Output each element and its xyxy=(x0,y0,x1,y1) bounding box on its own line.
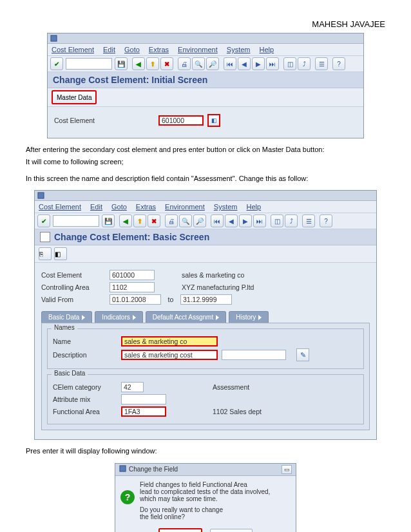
cost-element-value-2[interactable]: 601000 xyxy=(110,270,155,280)
long-text-icon[interactable]: ✎ xyxy=(296,348,309,361)
screen-title: Change Cost Element: Initial Screen xyxy=(48,72,363,88)
name-label: Name xyxy=(53,337,117,345)
save-icon-2[interactable]: 💾 xyxy=(102,214,115,227)
menubar-2: Cost Element Edit Goto Extras Environmen… xyxy=(35,201,376,213)
dialog-title-text: Change the Field xyxy=(129,466,178,473)
layout-icon-2[interactable]: ☰ xyxy=(302,214,315,227)
prev-page-icon[interactable]: ◀ xyxy=(238,57,251,70)
print-icon-2[interactable]: 🖨 xyxy=(165,214,178,227)
exit-icon-2[interactable]: ⬆ xyxy=(133,214,146,227)
find-next-icon-2[interactable]: 🔎 xyxy=(193,214,206,227)
find-icon-2[interactable]: 🔍 xyxy=(179,214,192,227)
prev-page-icon-2[interactable]: ◀ xyxy=(225,214,238,227)
dialog-yes-button[interactable]: Yes xyxy=(158,528,202,532)
menu-extras-2[interactable]: Extras xyxy=(136,203,156,211)
enter-icon[interactable]: ✔ xyxy=(50,57,63,70)
co-area-label: Controlling Area xyxy=(41,283,106,291)
enter-icon-2[interactable]: ✔ xyxy=(37,214,50,227)
tab-history[interactable]: History xyxy=(229,311,269,323)
attr-label: Attribute mix xyxy=(53,395,117,403)
co-area-value[interactable]: 1102 xyxy=(110,282,155,292)
master-data-button[interactable]: Master Data xyxy=(52,90,97,104)
menu-extras[interactable]: Extras xyxy=(149,46,169,53)
menu-cost-element[interactable]: Cost Element xyxy=(52,46,94,53)
command-field[interactable] xyxy=(66,58,112,70)
desc-input-ext[interactable] xyxy=(222,350,286,360)
menu-goto-2[interactable]: Goto xyxy=(111,203,127,211)
cost-element-input[interactable]: 601000 xyxy=(158,115,204,126)
tabstrip: Basic Data Indicators Default Acct Assgn… xyxy=(41,311,370,323)
app-btn-2[interactable]: ◧ xyxy=(54,247,67,260)
cancel-icon[interactable]: ✖ xyxy=(160,57,173,70)
svg-rect-1 xyxy=(38,193,44,198)
app-toolbar: Master Data xyxy=(48,88,363,107)
group-names: Names Name sales & marketing co Descript… xyxy=(47,328,364,369)
tab-default-acct[interactable]: Default Acct Assgnmt xyxy=(146,311,227,323)
valid-from-value[interactable]: 01.01.2008 xyxy=(110,294,161,305)
desc-input[interactable]: sales & marketing cost xyxy=(121,350,218,360)
find-next-icon[interactable]: 🔎 xyxy=(206,57,219,70)
new-session-icon-2[interactable]: ◫ xyxy=(271,214,283,227)
attr-input[interactable] xyxy=(121,394,166,404)
last-page-icon[interactable]: ⏭ xyxy=(266,57,279,70)
fa-input[interactable]: 1FA3 xyxy=(121,406,166,417)
cancel-icon-2[interactable]: ✖ xyxy=(148,214,160,227)
print-icon[interactable]: 🖨 xyxy=(178,57,191,70)
sap-window-initial: Cost Element Edit Goto Extras Environmen… xyxy=(47,33,364,138)
name-input[interactable]: sales & marketing co xyxy=(121,336,218,347)
command-field-2[interactable] xyxy=(53,215,99,227)
new-session-icon[interactable]: ◫ xyxy=(283,57,296,70)
back-icon[interactable]: ◀ xyxy=(132,57,145,70)
first-page-icon[interactable]: ⏮ xyxy=(224,57,236,70)
prose-2: In this screen the name and description … xyxy=(26,174,385,184)
exit-icon[interactable]: ⬆ xyxy=(146,57,159,70)
menu-environment[interactable]: Environment xyxy=(178,46,218,53)
next-page-icon-2[interactable]: ▶ xyxy=(239,214,252,227)
layout-icon[interactable]: ☰ xyxy=(315,57,328,70)
menu-edit[interactable]: Edit xyxy=(103,46,115,53)
fa-text: 1102 Sales dept xyxy=(213,408,262,415)
cat-label: CElem category xyxy=(53,383,117,391)
dialog-line5: the field online? xyxy=(140,513,270,520)
back-icon-2[interactable]: ◀ xyxy=(119,214,132,227)
save-icon[interactable]: 💾 xyxy=(115,57,128,70)
group-names-label: Names xyxy=(52,324,77,331)
menu-help-2[interactable]: Help xyxy=(247,203,262,211)
menu-system[interactable]: System xyxy=(227,46,251,53)
menu-help[interactable]: Help xyxy=(260,46,274,53)
dialog-close-icon[interactable]: ▭ xyxy=(282,465,292,474)
find-icon[interactable]: 🔍 xyxy=(192,57,205,70)
menu-edit-2[interactable]: Edit xyxy=(90,203,102,211)
menu-system-2[interactable]: System xyxy=(214,203,238,211)
dialog-no-button[interactable]: No xyxy=(210,529,253,532)
dialog-titlebar: Change the Field ▭ xyxy=(115,464,296,476)
shortcut-icon[interactable]: ⤴ xyxy=(298,57,311,70)
search-help-icon[interactable]: ◧ xyxy=(207,114,220,127)
dialog-change-field: Change the Field ▭ ? Field changes to fi… xyxy=(115,463,296,532)
cat-input[interactable]: 42 xyxy=(121,382,144,392)
help-icon[interactable]: ? xyxy=(332,57,345,70)
app-btn-1[interactable]: ⎘ xyxy=(39,247,52,260)
dialog-body: ? Field changes to field Functional Area… xyxy=(115,476,296,526)
help-icon-2[interactable]: ? xyxy=(320,214,332,227)
menu-environment-2[interactable]: Environment xyxy=(165,203,205,211)
tab-panel: Names Name sales & marketing co Descript… xyxy=(41,323,370,430)
sap-window-basic: Cost Element Edit Goto Extras Environmen… xyxy=(34,190,377,440)
valid-to-value[interactable]: 31.12.9999 xyxy=(180,294,232,305)
desc-label: Description xyxy=(53,351,117,359)
tab-basic-data[interactable]: Basic Data xyxy=(41,311,92,323)
dialog-line4: Do you really want to change xyxy=(140,506,270,513)
first-page-icon-2[interactable]: ⏮ xyxy=(211,214,224,227)
menu-cost-element-2[interactable]: Cost Element xyxy=(39,203,81,211)
question-icon: ? xyxy=(120,490,135,504)
to-label: to xyxy=(165,296,177,303)
last-page-icon-2[interactable]: ⏭ xyxy=(253,214,266,227)
content-area: Cost Element 601000 ◧ xyxy=(48,107,363,138)
tab-indicators[interactable]: Indicators xyxy=(95,311,142,323)
shortcut-icon-2[interactable]: ⤴ xyxy=(285,214,298,227)
next-page-icon[interactable]: ▶ xyxy=(252,57,265,70)
dialog-line1: Field changes to field Functional Area xyxy=(140,481,270,488)
menu-goto[interactable]: Goto xyxy=(124,46,140,53)
group-basic-data: Basic Data CElem category 42 Assessment … xyxy=(47,374,364,424)
toolbar: ✔ 💾 ◀ ⬆ ✖ 🖨 🔍 🔎 ⏮ ◀ ▶ ⏭ ◫ ⤴ ☰ ? xyxy=(48,56,363,72)
